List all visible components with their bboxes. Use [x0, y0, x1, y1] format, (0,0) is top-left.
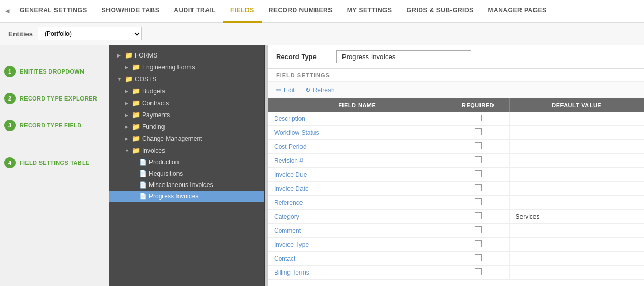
- doc-icon: 📄: [139, 193, 147, 200]
- tree-item-label: FORMS: [135, 52, 157, 59]
- annotation-3: 3 Record Type Field: [4, 120, 105, 131]
- table-row: Workflow Status: [268, 126, 644, 140]
- nav-item-grids-subgrids[interactable]: Grids & Sub-Grids: [399, 0, 481, 23]
- edit-label: Edit: [284, 87, 295, 94]
- tree-item-label: Requisitions: [149, 170, 183, 177]
- required-checkbox[interactable]: [475, 156, 482, 163]
- col-header-default-value: Default Value: [509, 98, 644, 112]
- default-value-cell: [509, 196, 644, 210]
- nav-item-audit-trail[interactable]: Audit Trail: [167, 0, 223, 23]
- tree-item-label: Payments: [142, 111, 170, 119]
- annotation-badge-4: 4: [4, 157, 16, 168]
- table-row: Invoice Date: [268, 182, 644, 196]
- required-checkbox[interactable]: [475, 212, 482, 219]
- tree-item[interactable]: 📄Requisitions: [109, 168, 264, 179]
- tree-item[interactable]: 📄Production: [109, 156, 264, 168]
- tree-item[interactable]: ▼📁Invoices: [109, 145, 264, 156]
- required-cell: [447, 238, 509, 252]
- default-value-cell: [509, 168, 644, 182]
- tree-item-label: Invoices: [142, 147, 165, 154]
- tree-item[interactable]: ▶📁Budgets: [109, 85, 264, 97]
- table-row: Comment: [268, 224, 644, 238]
- required-checkbox[interactable]: [475, 240, 482, 247]
- tree-item[interactable]: ▶📁Contracts: [109, 97, 264, 109]
- field-name-cell[interactable]: Contact: [268, 252, 447, 266]
- table-wrapper: Field Name Required Default Value Descri…: [268, 98, 644, 286]
- annotation-label-3: Record Type Field: [20, 122, 81, 128]
- field-name-cell[interactable]: Revision #: [268, 154, 447, 168]
- folder-icon: 📁: [132, 99, 140, 107]
- required-checkbox[interactable]: [475, 268, 482, 275]
- table-row: Description: [268, 112, 644, 126]
- field-name-cell[interactable]: Invoice Type: [268, 238, 447, 252]
- default-value-cell: [509, 154, 644, 168]
- nav-item-record-numbers[interactable]: Record Numbers: [262, 0, 340, 23]
- annotation-badge-1: 1: [4, 66, 16, 77]
- tree-arrow: ▶: [125, 136, 130, 141]
- nav-back-arrow[interactable]: ◀: [5, 8, 9, 15]
- edit-button[interactable]: ✏ Edit: [274, 85, 297, 95]
- default-value-cell: [509, 252, 644, 266]
- tree-arrow: ▼: [117, 77, 122, 82]
- tree-item[interactable]: ▶📁FORMS: [109, 49, 264, 61]
- refresh-button[interactable]: ↻ Refresh: [303, 85, 337, 95]
- required-checkbox[interactable]: [475, 128, 482, 135]
- tree-item[interactable]: ▼📁COSTS: [109, 73, 264, 85]
- table-row: Reference: [268, 196, 644, 210]
- required-checkbox[interactable]: [475, 170, 482, 177]
- field-name-cell[interactable]: Invoice Due: [268, 168, 447, 182]
- required-checkbox[interactable]: [475, 184, 482, 191]
- required-checkbox[interactable]: [475, 198, 482, 205]
- entities-dropdown[interactable]: (Portfolio): [38, 27, 142, 40]
- nav-item-manager-pages[interactable]: Manager Pages: [481, 0, 554, 23]
- tree-item-label: Change Management: [142, 135, 202, 142]
- fields-table: Field Name Required Default Value Descri…: [268, 98, 644, 280]
- nav-item-my-settings[interactable]: My Settings: [340, 0, 400, 23]
- field-name-cell[interactable]: Cost Period: [268, 140, 447, 154]
- tree-item-label: COSTS: [135, 76, 156, 83]
- annotation-badge-3: 3: [4, 120, 16, 131]
- field-name-cell[interactable]: Invoice Date: [268, 182, 447, 196]
- field-name-cell[interactable]: Workflow Status: [268, 126, 447, 140]
- doc-icon: 📄: [139, 181, 147, 189]
- table-row: Invoice Type: [268, 238, 644, 252]
- nav-item-general-settings[interactable]: General Settings: [12, 0, 94, 23]
- default-value-cell: [509, 126, 644, 140]
- doc-icon: 📄: [139, 159, 147, 166]
- edit-icon: ✏: [276, 86, 282, 94]
- nav-item-showhide-tabs[interactable]: Show/Hide Tabs: [94, 0, 167, 23]
- folder-icon: 📁: [125, 51, 133, 59]
- required-checkbox[interactable]: [475, 254, 482, 261]
- table-toolbar: ✏ Edit ↻ Refresh: [268, 82, 644, 98]
- annotation-label-1: Enitites Dropdown: [20, 68, 84, 75]
- tree-item[interactable]: ▶📁Payments: [109, 109, 264, 121]
- field-name-cell[interactable]: Reference: [268, 196, 447, 210]
- table-row: Contact: [268, 252, 644, 266]
- tree-item[interactable]: ▶📁Engineering Forms: [109, 61, 264, 73]
- tree-item[interactable]: 📄Progress Invoices: [109, 191, 264, 202]
- table-row: Cost Period: [268, 140, 644, 154]
- tree-item-label: Progress Invoices: [149, 193, 198, 200]
- tree-item[interactable]: ▶📁Funding: [109, 121, 264, 133]
- tree-arrow: ▶: [117, 53, 122, 58]
- field-name-cell[interactable]: Comment: [268, 224, 447, 238]
- nav-item-fields[interactable]: Fields: [223, 0, 262, 23]
- record-type-row: Record Type Progress Invoices: [268, 45, 644, 69]
- field-name-cell[interactable]: Description: [268, 112, 447, 126]
- field-name-cell[interactable]: Billing Terms: [268, 266, 447, 280]
- required-cell: [447, 252, 509, 266]
- required-checkbox[interactable]: [475, 142, 482, 149]
- folder-icon: 📁: [132, 123, 140, 131]
- required-checkbox[interactable]: [475, 226, 482, 233]
- required-cell: [447, 210, 509, 224]
- folder-icon: 📁: [132, 111, 140, 119]
- tree-item[interactable]: ▶📁Change Management: [109, 133, 264, 145]
- tree-arrow: ▶: [125, 112, 130, 118]
- tree-item[interactable]: 📄Miscellaneous Invoices: [109, 179, 264, 191]
- required-checkbox[interactable]: [475, 115, 482, 121]
- field-name-cell[interactable]: Category: [268, 210, 447, 224]
- annotation-badge-2: 2: [4, 93, 16, 104]
- table-row: CategoryServices: [268, 210, 644, 224]
- default-value-cell: [509, 266, 644, 280]
- required-cell: [447, 126, 509, 140]
